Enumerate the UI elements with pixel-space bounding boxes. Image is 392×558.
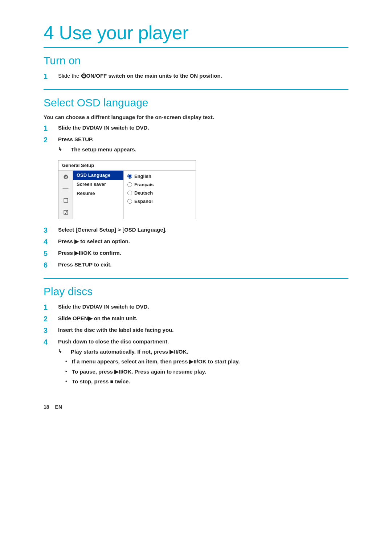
osd-intro: You can choose a diffrent language for t… [44, 114, 348, 120]
osd-option-francais: Français [124, 180, 196, 189]
play-menu-text: If a menu appears, select an item, then … [72, 358, 240, 366]
osd-step-number-2: 2 [44, 135, 58, 144]
play-step-number-3: 3 [44, 326, 58, 335]
play-step-1: 1 Slide the DVD/AV IN switch to DVD. [44, 303, 348, 311]
sidebar-icon-gear: ⚙ [63, 174, 68, 180]
on-label: ON [190, 73, 198, 79]
setup-menu-appears: The setup menu appears. [71, 146, 136, 154]
page-footer: 18 EN [44, 404, 348, 410]
dvd-av-in-label: DVD/AV IN [82, 125, 110, 131]
osd-sidebar: ⚙ — ☐ ☑ [58, 171, 73, 219]
play-pause-ok-label-4: II [119, 368, 122, 375]
osd-radio-english[interactable] [127, 174, 132, 179]
sidebar-icon-square: ☐ [63, 197, 68, 204]
bullet-marker-1: • [65, 358, 72, 365]
osd-step-2-sub: ↳ The setup menu appears. [58, 146, 348, 154]
play-step-3-content: Insert the disc with the label side faci… [58, 326, 348, 334]
turn-on-steps: 1 Slide the ⏻ON/OFF switch on the main u… [44, 72, 348, 81]
sidebar-icon-check: ☑ [63, 209, 68, 216]
osd-step-3: 3 Select [General Setup] > [OSD Language… [44, 226, 348, 235]
osd-step-3-content: Select [General Setup] > [OSD Language]. [58, 226, 348, 234]
osd-menu-options: English Français Deutsch Español [124, 171, 196, 219]
osd-menu-items: OSD Language Screen saver Resume [73, 171, 124, 219]
osd-step-5-content: Press ▶II/OK to confirm. [58, 249, 348, 257]
play-step-number-4: 4 [44, 338, 58, 346]
osd-step-6: 6 Press SETUP to exit. [44, 261, 348, 269]
on-off-label: ON/OFF [86, 73, 107, 79]
osd-step-4-content: Press ▶ to select an option. [58, 237, 348, 246]
section-play-discs: Play discs 1 Slide the DVD/AV IN switch … [44, 285, 348, 386]
setup-label-2: SETUP [74, 261, 93, 268]
osd-language-label: [OSD Language] [122, 227, 165, 233]
arrow-marker-1: ↳ [58, 146, 69, 153]
ok-label-2: OK [179, 349, 187, 355]
play-step-2-content: Slide OPEN▶ on the main unit. [58, 314, 348, 323]
osd-radio-espanol[interactable] [127, 199, 132, 204]
power-symbol: ⏻ON/OFF switch on the main units to the … [81, 73, 222, 79]
ok-label-4: OK [123, 368, 132, 375]
ok-label-1: OK [83, 250, 92, 256]
play-dvd-av-in-label: DVD/AV IN [82, 304, 110, 310]
osd-step-number-3: 3 [44, 226, 58, 235]
osd-step-1: 1 Slide the DVD/AV IN switch to DVD. [44, 124, 348, 133]
chapter-title-text: Use your player [59, 22, 188, 43]
play-auto-text: Play starts automatically. If not, press… [71, 348, 188, 356]
play-step-3: 3 Insert the disc with the label side fa… [44, 326, 348, 335]
section-select-osd: Select OSD language You can choose a dif… [44, 97, 348, 269]
page-number: 18 [44, 404, 49, 410]
step-1-turn-on: 1 Slide the ⏻ON/OFF switch on the main u… [44, 72, 348, 81]
play-pause-ok-label-3: II [193, 358, 196, 364]
osd-step-number-5: 5 [44, 249, 58, 258]
play-steps: 1 Slide the DVD/AV IN switch to DVD. 2 S… [44, 303, 348, 386]
osd-menu-item-osd-language: OSD Language [73, 171, 123, 180]
osd-menu-body: ⚙ — ☐ ☑ OSD Language Screen saver Resume… [58, 171, 196, 219]
ok-label-3: OK [198, 358, 207, 364]
play-stop-text: To stop, press ■ twice. [72, 378, 130, 386]
osd-step-4: 4 Press ▶ to select an option. [44, 237, 348, 246]
section-divider-turn-on [44, 47, 348, 48]
play-step-4: 4 Push down to close the disc compartmen… [44, 338, 348, 386]
chapter-number: 4 [44, 22, 54, 43]
section-divider-play [44, 278, 348, 279]
arrow-marker-play: ↳ [58, 348, 69, 355]
osd-step-5: 5 Press ▶II/OK to confirm. [44, 249, 348, 258]
osd-steps-after: 3 Select [General Setup] > [OSD Language… [44, 226, 348, 269]
osd-option-english: English [124, 172, 196, 180]
osd-steps-before: 1 Slide the DVD/AV IN switch to DVD. 2 P… [44, 124, 348, 154]
play-pause-text: To pause, press ▶II/OK. Press again to r… [72, 368, 206, 376]
bullet-marker-3: • [65, 378, 72, 385]
osd-step-number-4: 4 [44, 237, 58, 246]
section-heading-play: Play discs [44, 285, 348, 298]
bullet-marker-2: • [65, 368, 72, 375]
osd-menu: General Setup ⚙ — ☐ ☑ OSD Language Scree… [58, 160, 196, 219]
dvd-label: DVD [136, 125, 148, 131]
power-symbol: Select OSD language You can choose a dif… [44, 89, 348, 410]
osd-step-number-1: 1 [44, 124, 58, 133]
osd-step-1-content: Slide the DVD/AV IN switch to DVD. [58, 124, 348, 132]
play-pause-ok-label-2: II [174, 349, 177, 355]
play-step-4-sub-1: ↳ Play starts automatically. If not, pre… [58, 348, 348, 356]
osd-menu-container: General Setup ⚙ — ☐ ☑ OSD Language Scree… [58, 160, 348, 219]
play-step-4-bullet-2: • To pause, press ▶II/OK. Press again to… [65, 368, 348, 376]
language-label: EN [55, 404, 62, 410]
osd-option-espanol: Español [124, 197, 196, 205]
osd-step-2: 2 Press SETUP. ↳ The setup menu appears. [44, 135, 348, 154]
osd-step-number-6: 6 [44, 261, 58, 269]
osd-step-6-content: Press SETUP to exit. [58, 261, 348, 269]
play-step-number-1: 1 [44, 303, 58, 311]
step-number-1: 1 [44, 72, 58, 81]
osd-menu-item-screen-saver: Screen saver [73, 180, 123, 189]
osd-radio-francais[interactable] [127, 182, 132, 187]
play-pause-ok-label-1: II [79, 250, 82, 256]
play-step-2: 2 Slide OPEN▶ on the main unit. [44, 314, 348, 323]
general-setup-label: [General Setup] [75, 227, 116, 233]
osd-option-deutsch: Deutsch [124, 189, 196, 197]
step-1-content: Slide the ⏻ON/OFF switch on the main uni… [58, 72, 348, 80]
section-turn-on: Turn on 1 Slide the ⏻ON/OFF switch on th… [44, 54, 348, 81]
section-heading-osd: Select OSD language [44, 97, 348, 109]
chapter-header: 4 Use your player [44, 22, 348, 44]
chapter-title: 4 Use your player [44, 22, 348, 44]
osd-step-2-content: Press SETUP. ↳ The setup menu appears. [58, 135, 348, 154]
osd-menu-title: General Setup [58, 160, 196, 171]
osd-radio-deutsch[interactable] [127, 191, 132, 195]
